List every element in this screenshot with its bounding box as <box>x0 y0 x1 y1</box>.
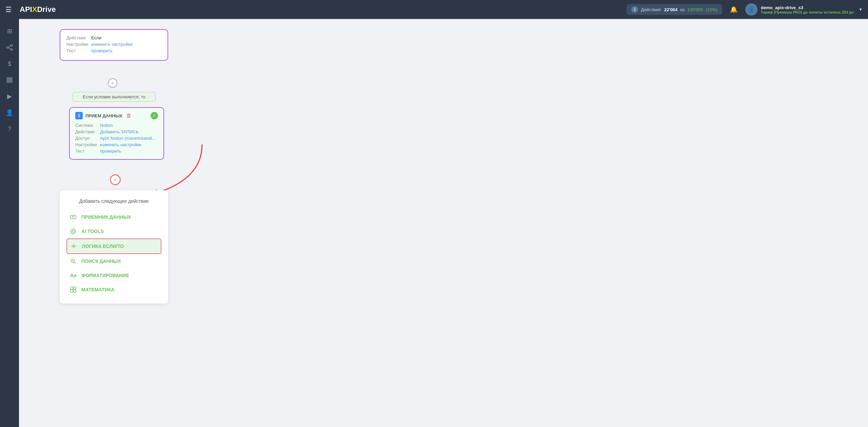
data-settings-label: Настройки <box>75 142 97 147</box>
card-action-row: Действие Если <box>66 35 161 40</box>
green-data-card: 1 ПРИЕМ ДАННЫХ 🗑 ✓ Система Notion Действ… <box>69 107 164 160</box>
format-icon: Aa <box>69 271 77 279</box>
sidebar-item-home[interactable]: ⊞ <box>3 24 16 38</box>
svg-rect-1 <box>11 45 13 46</box>
card-title: ПРИЕМ ДАННЫХ <box>85 113 122 118</box>
menu-item-format[interactable]: Aa ФОРМАТИРОВАНИЕ <box>66 268 161 283</box>
add-action-title: Добавить следующее действие <box>66 198 161 204</box>
test-value[interactable]: проверить <box>91 48 113 53</box>
tariff-label: Тариф |Премиум PRO| <box>761 10 802 14</box>
bell-button[interactable]: 🔔 <box>728 3 740 16</box>
actions-separator: из <box>680 7 685 12</box>
system-row: Система Notion <box>75 123 158 128</box>
system-label: Система <box>75 123 97 128</box>
menu-item-receiver[interactable]: ПРИЕМНИК ДАННЫХ <box>66 210 161 224</box>
actions-count: 22'064 <box>664 7 677 12</box>
logo: APIXDrive <box>20 5 56 14</box>
chevron-down-icon[interactable]: ▼ <box>859 7 863 12</box>
svg-line-3 <box>8 45 11 47</box>
access-label: Доступ <box>75 136 97 141</box>
math-icon <box>69 286 77 294</box>
data-action-label: Действие <box>75 129 97 134</box>
data-test-label: Тест <box>75 149 97 154</box>
receiver-label: ПРИЕМНИК ДАННЫХ <box>81 214 131 220</box>
logo-text: APIXDrive <box>20 5 56 14</box>
user-tariff: Тариф |Премиум PRO| до оплаты осталось 2… <box>761 10 854 14</box>
card-test-row: Тест проверить <box>66 48 161 53</box>
sidebar-item-billing[interactable]: $ <box>3 57 16 71</box>
format-label: ФОРМАТИРОВАНИЕ <box>81 273 129 278</box>
math-label: МАТЕМАТИКА <box>81 287 114 292</box>
access-row: Доступ ApiX Notion (maverickandi... <box>75 136 158 141</box>
svg-rect-0 <box>6 47 8 48</box>
svg-rect-24 <box>71 290 73 292</box>
data-test-value[interactable]: проверить <box>100 149 121 154</box>
hamburger-menu[interactable]: ☰ <box>5 5 12 14</box>
header: ☰ APIXDrive i Действия: 22'064 из 100'00… <box>0 0 868 19</box>
search-data-icon <box>69 257 77 265</box>
receiver-icon <box>69 213 77 221</box>
menu-item-math[interactable]: МАТЕМАТИКА <box>66 283 161 297</box>
delete-button[interactable]: 🗑 <box>125 112 133 119</box>
svg-point-15 <box>73 233 74 234</box>
data-action-row: Действие Добавить ЗАПИСЬ <box>75 129 158 134</box>
sidebar-item-diagram[interactable] <box>3 41 16 54</box>
check-badge: ✓ <box>151 112 158 119</box>
svg-rect-25 <box>74 290 76 292</box>
days-label: до оплаты осталось <box>803 10 841 14</box>
svg-point-13 <box>72 230 74 232</box>
svg-point-14 <box>73 229 74 229</box>
sidebar-item-play[interactable]: ▶ <box>3 90 16 103</box>
data-action-value[interactable]: Добавить ЗАПИСЬ <box>100 129 139 134</box>
logic-icon <box>70 242 78 250</box>
logo-drive: Drive <box>37 5 56 14</box>
add-action-plus-button[interactable]: + <box>110 174 121 185</box>
action-value: Если <box>91 35 101 40</box>
flow-area: Действие Если Настройки изменить настрой… <box>33 29 854 334</box>
actions-info: i Действия: 22'064 из 100'000 (22%) <box>627 4 722 15</box>
access-value[interactable]: ApiX Notion (maverickandi... <box>100 136 156 141</box>
menu-item-ai-tools[interactable]: AI TOOLS <box>66 224 161 238</box>
sidebar-item-flows[interactable] <box>3 73 16 87</box>
main-content: Действие Если Настройки изменить настрой… <box>19 19 868 427</box>
sidebar-item-user[interactable]: 👤 <box>3 106 16 119</box>
svg-rect-23 <box>74 287 76 289</box>
menu-item-search[interactable]: ПОИСК ДАННЫХ <box>66 254 161 268</box>
action-label: Действие <box>66 35 88 40</box>
svg-point-12 <box>71 229 76 234</box>
settings-label: Настройки <box>66 42 88 47</box>
logic-label: ЛОГИКА ЕСЛИ/ТО <box>82 244 124 249</box>
svg-rect-9 <box>71 215 76 219</box>
data-settings-row: Настройки изменить настройки <box>75 142 158 147</box>
user-info: demo_apix-drive_s3 Тариф |Премиум PRO| д… <box>761 5 854 14</box>
actions-label: Действия: <box>641 7 662 12</box>
svg-point-17 <box>75 231 76 232</box>
condition-label: Если условие выполняется, то <box>73 92 156 102</box>
data-settings-value[interactable]: изменить настройки <box>100 142 141 147</box>
days-count: 253 дн <box>842 10 854 14</box>
card-header: 1 ПРИЕМ ДАННЫХ 🗑 ✓ <box>75 112 158 119</box>
user-avatar: 👤 <box>745 3 757 16</box>
card-number: 1 <box>75 112 83 119</box>
user-menu[interactable]: 👤 demo_apix-drive_s3 Тариф |Премиум PRO|… <box>745 3 863 16</box>
svg-rect-2 <box>11 49 13 50</box>
connector-plus-1[interactable]: + <box>108 78 117 88</box>
actions-percent: (22%) <box>706 7 717 12</box>
logo-api: API <box>20 5 32 14</box>
card-settings-row: Настройки изменить настройки <box>66 42 161 47</box>
system-value[interactable]: Notion <box>100 123 113 128</box>
ai-icon <box>69 227 77 235</box>
data-test-row: Тест проверить <box>75 149 158 154</box>
svg-line-19 <box>75 263 76 264</box>
test-label: Тест <box>66 48 88 53</box>
logo-x: X <box>32 5 37 14</box>
sidebar: ⊞ $ ▶ 👤 ? <box>0 19 19 427</box>
search-label: ПОИСК ДАННЫХ <box>81 258 121 264</box>
user-name: demo_apix-drive_s3 <box>761 5 854 10</box>
add-action-menu: Добавить следующее действие ПРИЕМНИК ДАН… <box>60 190 168 304</box>
sidebar-item-help[interactable]: ? <box>3 122 16 136</box>
settings-value[interactable]: изменить настройки <box>91 42 133 47</box>
svg-rect-22 <box>71 287 73 289</box>
svg-rect-6 <box>7 80 12 81</box>
menu-item-logic[interactable]: ЛОГИКА ЕСЛИ/ТО <box>66 238 161 254</box>
